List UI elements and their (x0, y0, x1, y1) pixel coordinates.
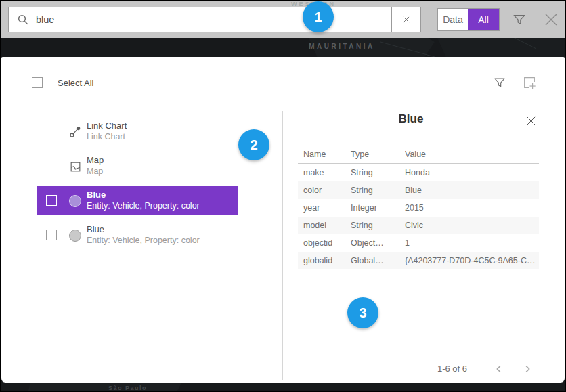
link-chart-icon (68, 125, 83, 139)
list-item-subtitle: Link Chart (87, 131, 127, 143)
search-results-panel: Select All Link Chart Link Chart Map Map (1, 57, 565, 383)
attribute-name: globalid (298, 256, 351, 265)
entity-circle-icon (68, 194, 83, 209)
toolbar-divider (536, 8, 536, 31)
item-checkbox[interactable] (46, 230, 57, 240)
attribute-type: Integer (351, 203, 405, 213)
attribute-row: globalid Global… {A4203777-D70D-4C5C-9A6… (298, 252, 539, 269)
list-item[interactable]: Blue Entity: Vehicle, Property: color (37, 186, 238, 215)
list-item[interactable]: Blue Entity: Vehicle, Property: color (37, 220, 238, 250)
attribute-type: String (351, 221, 405, 230)
details-title: Blue (283, 112, 539, 126)
list-item-title: Blue (87, 223, 200, 235)
select-all-checkbox[interactable] (32, 77, 43, 88)
pagination-label: 1-6 of 6 (418, 364, 486, 374)
list-item-subtitle: Entity: Vehicle, Property: color (87, 235, 200, 246)
results-list: Link Chart Link Chart Map Map Blue Entit… (37, 116, 238, 250)
attributes-table-header: Name Type Value (298, 145, 539, 164)
attribute-type: String (351, 168, 405, 177)
callout-badge-3: 3 (347, 297, 378, 328)
callout-badge-1: 1 (303, 1, 334, 32)
list-item[interactable]: Map Map (37, 151, 238, 181)
pagination: 1-6 of 6 (283, 362, 539, 376)
attribute-name: model (298, 221, 351, 230)
attributes-table: Name Type Value make String Honda color … (298, 145, 539, 269)
search-input[interactable] (29, 7, 391, 32)
attribute-type: Global… (351, 256, 405, 265)
map-icon (68, 159, 83, 174)
attribute-type: String (351, 186, 405, 195)
close-search-icon[interactable] (541, 9, 561, 30)
search-icon (9, 7, 29, 32)
column-header-value: Value (405, 150, 539, 159)
search-toolbar: Data All (1, 1, 565, 38)
map-label-mauritania: MAURITANIA (284, 43, 399, 50)
attribute-value: {A4203777-D70D-4C5C-9A65-C… (405, 256, 539, 265)
list-item[interactable]: Link Chart Link Chart (37, 116, 238, 146)
attribute-row: color String Blue (298, 181, 539, 199)
attribute-value: Blue (405, 186, 539, 195)
chevron-left-icon[interactable] (492, 362, 506, 376)
attribute-name: color (298, 186, 351, 195)
list-item-title: Blue (87, 189, 200, 200)
header-divider (28, 102, 539, 102)
column-header-type: Type (351, 150, 405, 159)
details-close-icon[interactable] (524, 114, 538, 127)
attribute-row: make String Honda (298, 164, 539, 181)
map-label-bottom: São Paulo (108, 385, 147, 391)
search-scope-toggle: Data All (437, 8, 500, 31)
select-all-label: Select All (58, 78, 93, 88)
attribute-name: objectid (298, 238, 351, 248)
column-header-name: Name (298, 150, 351, 159)
list-details-divider (282, 111, 283, 380)
list-item-subtitle: Map (87, 166, 104, 177)
attribute-type: Object… (351, 238, 405, 248)
callout-badge-2: 2 (238, 129, 269, 160)
add-to-selection-icon[interactable] (520, 74, 539, 91)
attribute-value: Civic (405, 221, 539, 230)
scope-option-data[interactable]: Data (438, 9, 468, 30)
attribute-row: objectid Object… 1 (298, 234, 539, 252)
attribute-value: 2015 (405, 203, 539, 213)
filter-icon[interactable] (509, 11, 529, 28)
search-box (8, 7, 421, 32)
entity-circle-icon (68, 228, 83, 243)
attribute-name: make (298, 168, 351, 177)
clear-search-button[interactable] (391, 7, 420, 32)
list-item-title: Link Chart (87, 120, 127, 131)
item-checkbox[interactable] (46, 195, 57, 206)
list-item-title: Map (87, 154, 104, 166)
results-filter-icon[interactable] (490, 74, 509, 91)
scope-option-all[interactable]: All (468, 9, 499, 30)
chevron-right-icon[interactable] (520, 362, 535, 376)
attribute-row: year Integer 2015 (298, 199, 539, 217)
attribute-value: 1 (405, 238, 539, 248)
attribute-value: Honda (405, 168, 539, 177)
attribute-name: year (298, 203, 351, 213)
list-item-subtitle: Entity: Vehicle, Property: color (87, 200, 200, 212)
attribute-row: model String Civic (298, 217, 539, 234)
